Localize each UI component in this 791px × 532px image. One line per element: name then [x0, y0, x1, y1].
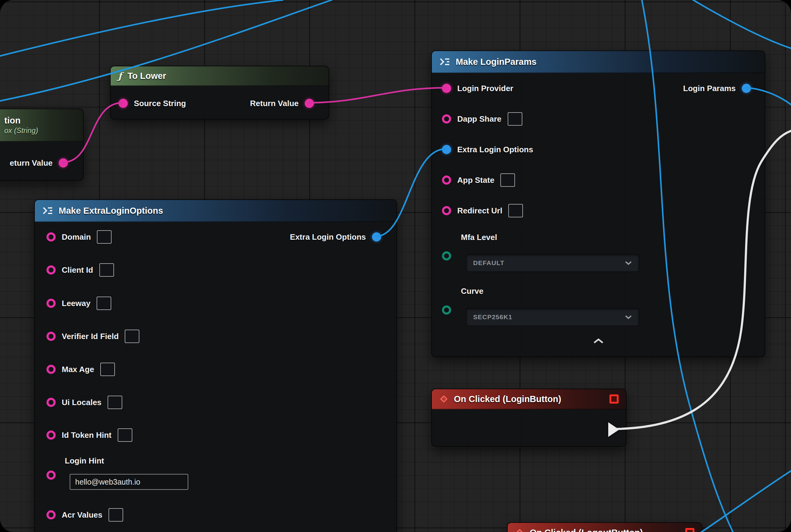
pin-label: Domain [62, 232, 91, 242]
source-string-input-pin[interactable] [119, 99, 128, 108]
node-make-extra-login-options[interactable]: Make ExtraLoginOptions Extra Login Optio… [34, 200, 397, 532]
domain-input-pin[interactable] [46, 232, 56, 242]
node-title: On Clicked (LogoutButton) [530, 528, 643, 532]
node-left-partial[interactable]: tion ox (String) eturn Value [0, 109, 84, 181]
domain-value-box[interactable] [97, 230, 112, 244]
app-state-input-pin[interactable] [442, 175, 451, 185]
exec-output-pin[interactable] [608, 422, 619, 437]
wire-blue-bottomright [701, 471, 791, 532]
redirect-url-value-box[interactable] [508, 204, 523, 217]
node-make-login-header[interactable]: Make LoginParams [432, 51, 765, 73]
login-hint-text-input[interactable]: hello@web3auth.io [70, 474, 188, 490]
ui-locales-input-pin[interactable] [46, 398, 56, 407]
wire-blue-topright [693, 0, 791, 48]
node-title: On Clicked (LoginButton) [454, 394, 561, 404]
login-params-output-row: Login Params [683, 78, 751, 99]
function-icon: ƒ [118, 71, 122, 81]
pin-row-dapp-share: Dapp Share [442, 108, 522, 130]
mfa-level-dropdown[interactable]: DEFAULT [466, 254, 639, 272]
login-provider-input-pin[interactable] [442, 84, 451, 93]
node-subtitle: ox (String) [4, 126, 38, 135]
leeway-input-pin[interactable] [46, 299, 56, 308]
id-token-hint-value-box[interactable] [118, 429, 132, 442]
pin-row-client-id: Client Id [46, 259, 114, 281]
wire-blue-topleft-2 [0, 0, 283, 56]
pin-label: Extra Login Options [457, 145, 533, 154]
extra-login-options-output-row: Extra Login Options [290, 226, 381, 248]
return-value-row: Return Value [250, 94, 314, 113]
login-hint-input-pin[interactable] [46, 471, 56, 480]
curve-dropdown[interactable]: SECP256K1 [466, 308, 639, 326]
return-value-row: eturn Value [10, 154, 68, 172]
verifier-id-field-value-box[interactable] [125, 329, 139, 343]
delegate-output-pin[interactable] [685, 528, 694, 532]
pin-row-id-token-hint: Id Token Hint [46, 424, 132, 446]
max-age-input-pin[interactable] [46, 365, 56, 374]
pin-label: Ui Locales [62, 398, 101, 407]
node-on-clicked-login-header[interactable]: On Clicked (LoginButton) [432, 389, 626, 410]
node-to-lower[interactable]: ƒ To Lower Source String Return Value [110, 66, 329, 119]
node-title: tion [4, 116, 20, 126]
leeway-value-box[interactable] [97, 297, 111, 310]
pin-label: Leeway [62, 299, 91, 308]
pin-label: Redirect Url [457, 206, 502, 215]
node-title: To Lower [128, 71, 166, 81]
curve-input-pin[interactable] [442, 305, 451, 315]
client-id-input-pin[interactable] [46, 265, 56, 274]
login-params-output-pin[interactable] [742, 84, 751, 93]
event-diamond-icon [515, 528, 524, 532]
node-title: Make ExtraLoginOptions [59, 206, 163, 216]
verifier-id-field-input-pin[interactable] [46, 332, 56, 341]
ui-locales-value-box[interactable] [108, 396, 122, 409]
pin-label: Source String [134, 99, 186, 108]
extra-login-options-output-pin[interactable] [372, 232, 381, 242]
pin-row-extra-login-options: Extra Login Options [442, 139, 533, 160]
node-left-partial-header[interactable]: tion ox (String) [0, 109, 83, 141]
pin-row-ui-locales: Ui Locales [46, 392, 122, 413]
node-on-clicked-logout-button[interactable]: On Clicked (LogoutButton) [507, 522, 702, 532]
acr-values-value-box[interactable] [109, 508, 123, 521]
pin-label: Return Value [250, 99, 298, 108]
pin-row-max-age: Max Age [46, 359, 115, 380]
node-on-clicked-logout-header[interactable]: On Clicked (LogoutButton) [508, 523, 702, 532]
pin-label: Login Params [683, 84, 736, 93]
node-make-login-params[interactable]: Make LoginParams Login Provider Login Pa… [431, 51, 765, 357]
pin-row-domain: Domain [46, 226, 112, 248]
chevron-down-icon [625, 315, 632, 319]
delegate-output-pin[interactable] [610, 394, 619, 404]
max-age-value-box[interactable] [100, 363, 115, 376]
pin-label: Acr Values [62, 510, 102, 520]
dapp-share-input-pin[interactable] [442, 114, 451, 124]
event-diamond-icon [439, 394, 448, 404]
source-string-row: Source String [119, 94, 186, 113]
pin-row-login-provider: Login Provider [442, 78, 513, 99]
pin-label: Verifier Id Field [62, 332, 119, 341]
curve-selected-value: SECP256K1 [473, 314, 512, 321]
collapse-node-button[interactable] [592, 338, 604, 346]
curve-label: Curve [461, 286, 484, 296]
dapp-share-value-box[interactable] [508, 112, 522, 126]
acr-values-input-pin[interactable] [46, 510, 56, 519]
node-make-extra-header[interactable]: Make ExtraLoginOptions [35, 200, 397, 222]
make-struct-icon [42, 206, 53, 215]
wire-tolower-to-login-provider [309, 88, 446, 103]
return-value-output-pin[interactable] [59, 158, 68, 168]
redirect-url-input-pin[interactable] [442, 206, 451, 215]
client-id-value-box[interactable] [99, 263, 114, 277]
pin-label: Client Id [62, 265, 93, 275]
node-to-lower-header[interactable]: ƒ To Lower [111, 66, 329, 86]
node-on-clicked-login-button[interactable]: On Clicked (LoginButton) [431, 388, 626, 447]
pin-label: Extra Login Options [290, 232, 366, 242]
pin-label: Dapp Share [457, 114, 502, 124]
return-value-output-pin[interactable] [305, 99, 314, 108]
blueprint-graph-canvas[interactable]: tion ox (String) eturn Value ƒ To Lower … [0, 0, 791, 532]
id-token-hint-input-pin[interactable] [46, 431, 56, 440]
app-state-value-box[interactable] [500, 173, 515, 187]
extra-login-options-input-pin[interactable] [442, 145, 451, 154]
mfa-level-input-pin[interactable] [442, 251, 451, 261]
pin-label: Max Age [62, 365, 94, 374]
pin-label: Login Provider [457, 84, 513, 93]
pin-label: Id Token Hint [62, 431, 112, 440]
pin-row-redirect-url: Redirect Url [442, 200, 523, 221]
pin-row-verifier-id-field: Verifier Id Field [46, 326, 139, 347]
